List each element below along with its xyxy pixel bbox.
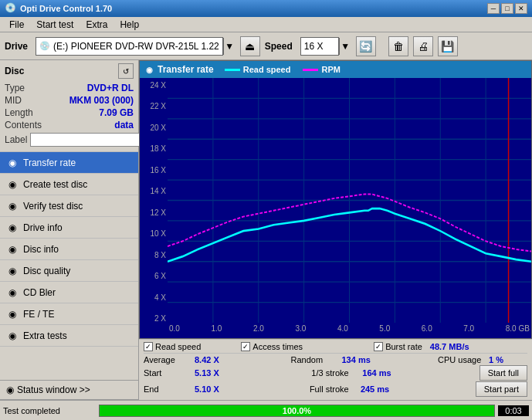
length-value: 7.09 GB [99,107,134,118]
y-label-20: 20 X [141,124,166,132]
x-label-0: 0.0 [169,324,180,338]
read-speed-checkbox[interactable]: ✓ [144,342,153,351]
type-label: Type [5,83,25,93]
speed-label: Speed [265,41,293,52]
disc-title: Disc [5,66,24,76]
burst-rate-checkbox-item[interactable]: ✓ Burst rate [374,342,422,351]
sidebar-item-create-test-disc[interactable]: ◉ Create test disc [0,174,138,195]
chart-legend: Read speed RPM [225,65,341,74]
x-label-1: 1.0 [211,324,222,338]
access-times-checkbox-label: Access times [252,342,303,351]
sidebar-item-disc-info[interactable]: ◉ Disc info [0,239,138,260]
sidebar-item-cd-bler[interactable]: ◉ CD Bler [0,282,138,303]
progress-bar-container: 100.0% [99,405,495,417]
save-button[interactable]: 💾 [438,36,458,56]
close-button[interactable]: ✕ [515,3,527,14]
cpu-usage-label: CPU usage [438,355,484,364]
legend-rpm-color [303,69,318,71]
y-label-10: 10 X [141,229,166,238]
mid-value: MKM 003 (000) [69,95,134,106]
print-button[interactable]: 🖨 [413,36,433,56]
app-title: Opti Drive Control 1.70 [20,4,487,13]
sidebar-item-transfer-rate-label: Transfer rate [23,158,76,168]
one-third-stroke-value: 164 ms [362,368,401,378]
menu-start-test[interactable]: Start test [30,18,80,32]
speed-combo-value[interactable]: 16 X [300,37,339,56]
y-label-18: 18 X [141,144,166,153]
maximize-button[interactable]: □ [501,3,513,14]
speed-selector[interactable]: 16 X ▼ [300,37,351,56]
menu-bar: File Start test Extra Help [0,17,532,32]
extra-tests-icon: ◉ [6,330,19,341]
y-label-8: 8 X [141,251,166,259]
status-window-label: Status window >> [17,384,90,395]
read-speed-checkbox-item[interactable]: ✓ Read speed [144,342,201,351]
start-part-button[interactable]: Start part [476,381,527,397]
status-window-button[interactable]: ◉ Status window >> [0,380,138,400]
sidebar-item-disc-info-label: Disc info [23,244,59,255]
status-window-icon: ◉ [6,384,14,395]
start-full-button[interactable]: Start full [479,365,527,381]
sidebar-item-transfer-rate[interactable]: ◉ Transfer rate [0,152,138,174]
burst-rate-checkbox[interactable]: ✓ [374,342,383,351]
transfer-rate-icon: ◉ [6,158,19,168]
x-label-5: 5.0 [379,324,390,338]
title-bar: 💿 Opti Drive Control 1.70 ─ □ ✕ [0,0,532,17]
burst-rate-checkbox-label: Burst rate [385,342,422,351]
sidebar-nav: ◉ Transfer rate ◉ Create test disc ◉ Ver… [0,152,138,380]
random-value: 134 ms [342,355,381,364]
drive-combo-value[interactable]: 💿 (E:) PIONEER DVD-RW DVR-215L 1.22 [36,37,223,56]
sidebar-item-fe-te-label: FE / TE [23,309,54,320]
menu-help[interactable]: Help [114,18,145,32]
stats-row-1: Average 8.42 X Random 134 ms CPU usage 1… [144,355,527,364]
cd-bler-icon: ◉ [6,287,19,298]
chart-title-icon: ◉ [146,66,153,74]
sidebar-item-drive-info[interactable]: ◉ Drive info [0,217,138,239]
legend-read-speed-color [225,69,240,71]
burst-rate-value: 48.7 MB/s [430,342,469,351]
sidebar-item-verify-test-disc[interactable]: ◉ Verify test disc [0,195,138,217]
speed-combo-arrow[interactable]: ▼ [339,38,351,55]
minimize-button[interactable]: ─ [487,3,500,14]
sidebar-item-fe-te[interactable]: ◉ FE / TE [0,303,138,325]
stats-row-2: Start 5.13 X 1/3 stroke 164 ms Start ful… [144,365,527,381]
menu-extra[interactable]: Extra [80,18,114,32]
y-label-6: 6 X [141,272,166,280]
stats-bar: ✓ Read speed ✓ Access times ✓ Burst rate… [139,339,532,400]
drive-selector[interactable]: 💿 (E:) PIONEER DVD-RW DVR-215L 1.22 ▼ [36,37,236,56]
chart-plot [168,78,531,323]
sidebar-item-disc-quality[interactable]: ◉ Disc quality [0,260,138,282]
length-label: Length [5,107,33,118]
average-value: 8.42 X [195,355,233,364]
disc-label-input[interactable] [30,133,141,147]
y-label-14: 14 X [141,187,166,195]
menu-file[interactable]: File [3,18,30,32]
full-stroke-label: Full stroke [310,384,356,394]
sidebar-item-extra-tests[interactable]: ◉ Extra tests [0,325,138,347]
drive-combo-arrow[interactable]: ▼ [223,38,236,55]
access-times-checkbox[interactable]: ✓ [241,342,250,351]
clear-button[interactable]: 🗑 [388,36,408,56]
sidebar-item-extra-tests-label: Extra tests [23,330,67,341]
sidebar-item-create-test-disc-label: Create test disc [23,179,87,190]
legend-read-speed: Read speed [225,65,291,74]
x-label-3: 3.0 [295,324,306,338]
x-label-7: 7.0 [463,324,474,338]
main-content: Disc ↺ Type DVD+R DL MID MKM 003 (000) L… [0,60,532,400]
y-label-22: 22 X [141,102,166,110]
sidebar: Disc ↺ Type DVD+R DL MID MKM 003 (000) L… [0,60,139,400]
disc-refresh-button[interactable]: ↺ [118,63,134,79]
verify-test-disc-icon: ◉ [6,201,19,212]
disc-info-icon: ◉ [6,244,19,255]
end-value: 5.10 X [195,384,233,394]
fe-te-icon: ◉ [6,309,19,320]
chart-svg [168,78,531,323]
disc-label-label: Label [5,134,27,145]
x-label-8: 8.0 GB [506,324,530,338]
refresh-button[interactable]: 🔄 [356,36,376,56]
status-text: Test completed [3,406,96,415]
full-stroke-value: 245 ms [361,384,399,394]
eject-button[interactable]: ⏏ [240,36,260,56]
access-times-checkbox-item[interactable]: ✓ Access times [241,342,303,351]
chart-panel: ◉ Transfer rate Read speed RPM [139,60,532,400]
